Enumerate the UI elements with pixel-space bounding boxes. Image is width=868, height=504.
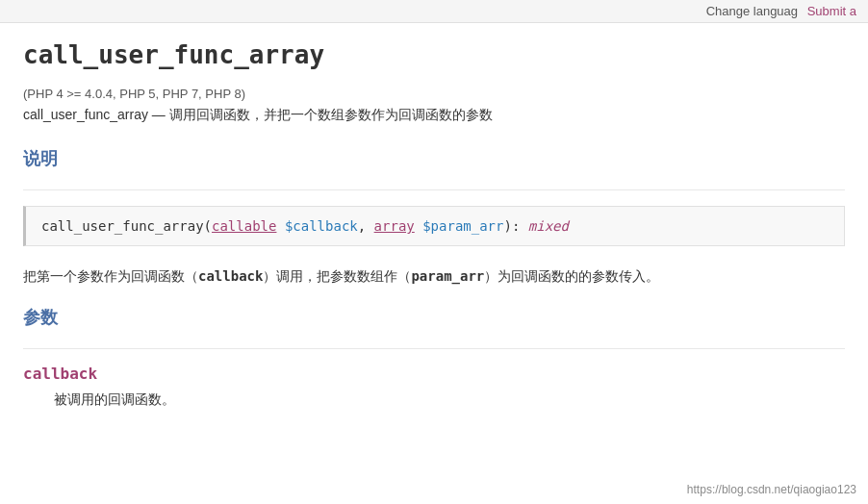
desc-text-before: 把第一个参数作为回调函数（ <box>23 268 198 284</box>
code-param1: $callback <box>276 218 357 234</box>
page-container: Change languag Submit a call_user_func_a… <box>0 0 868 504</box>
divider-1 <box>23 189 845 190</box>
code-type1: callable <box>212 218 276 234</box>
change-language-text: Change languag <box>706 4 798 18</box>
version-info: (PHP 4 >= 4.0.4, PHP 5, PHP 7, PHP 8) <box>23 87 845 101</box>
short-desc: call_user_func_array — 调用回调函数，并把一个数组参数作为… <box>23 107 845 124</box>
top-bar: Change languag Submit a <box>0 0 868 23</box>
submit-link[interactable]: Submit a <box>807 4 856 18</box>
section-desc-title: 说明 <box>23 147 845 174</box>
desc-paramarr-code: param_arr <box>411 268 484 284</box>
params-section: 参数 callback 被调用的回调函数。 <box>23 306 845 410</box>
desc-callback-code: callback <box>198 268 263 284</box>
divider-2 <box>23 348 845 349</box>
params-section-title: 参数 <box>23 306 845 333</box>
code-funcname: call_user_func_array( <box>41 218 212 234</box>
code-type2: array <box>374 218 415 234</box>
param-name-callback: callback <box>23 365 845 383</box>
desc-text-end: ）为回调函数的的参数传入。 <box>484 268 659 284</box>
bottom-link: https://blog.csdn.net/qiaogiao123 <box>687 483 856 496</box>
desc-text-middle: ）调用，把参数数组作（ <box>263 268 411 284</box>
code-close: ): <box>503 218 520 234</box>
desc-paragraph: 把第一个参数作为回调函数（callback）调用，把参数数组作（param_ar… <box>23 265 845 289</box>
code-return: mixed <box>520 218 569 234</box>
main-content: call_user_func_array (PHP 4 >= 4.0.4, PH… <box>0 23 868 427</box>
code-comma: , <box>358 218 374 234</box>
code-param2: $param_arr <box>415 218 504 234</box>
code-block: call_user_func_array(callable $callback,… <box>23 206 845 246</box>
param-desc-callback: 被调用的回调函数。 <box>54 389 845 410</box>
func-title: call_user_func_array <box>23 40 845 69</box>
